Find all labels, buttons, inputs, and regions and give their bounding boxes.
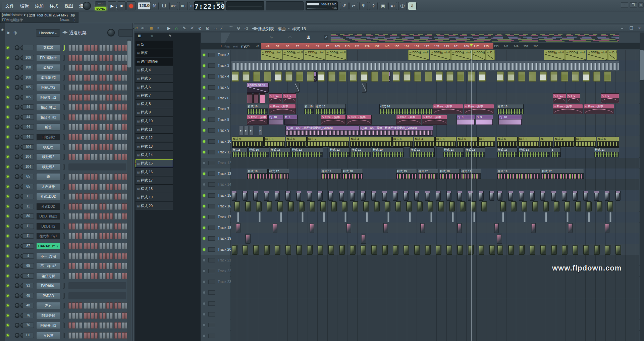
step-cell[interactable] <box>95 233 98 239</box>
step-cell[interactable] <box>87 114 90 120</box>
step-cell[interactable] <box>95 75 98 81</box>
track-lane[interactable]: ∿ Fre..∿ Fre∿ Fre..∿ Fre∿ Fre <box>231 93 639 104</box>
step-cell[interactable] <box>68 124 71 130</box>
save-new-version-icon[interactable]: ▣+ <box>388 2 397 10</box>
step-cell[interactable] <box>75 193 78 200</box>
step-cell[interactable] <box>118 312 121 319</box>
step-cell[interactable] <box>68 75 71 81</box>
step-cell[interactable] <box>99 174 102 180</box>
step-cell[interactable] <box>114 332 117 339</box>
step-cell[interactable] <box>79 114 82 120</box>
clip-darkpat[interactable]: 样式 12 <box>351 147 371 157</box>
step-cell[interactable] <box>72 263 75 269</box>
channel-number[interactable]: 4 <box>22 253 34 259</box>
clip-fade[interactable] <box>446 245 452 255</box>
clip-mini[interactable] <box>371 71 378 82</box>
clip-perc[interactable] <box>497 191 502 201</box>
clip-mini[interactable] <box>414 71 421 82</box>
step-cell[interactable] <box>72 134 75 140</box>
clip-fade[interactable] <box>264 245 270 255</box>
step-cell[interactable] <box>91 332 94 339</box>
clip-tickp[interactable] <box>239 126 244 136</box>
track-name[interactable]: Track 20 <box>218 247 231 251</box>
step-cell[interactable] <box>106 154 109 160</box>
track-control-box[interactable] <box>208 96 215 100</box>
channel-led[interactable] <box>6 334 9 337</box>
clip-fade[interactable] <box>417 201 423 211</box>
step-cell[interactable] <box>68 104 71 110</box>
track-control-box[interactable] <box>208 117 215 122</box>
step-cell[interactable] <box>110 134 113 140</box>
track-led[interactable] <box>203 162 205 164</box>
channel-pan-knob[interactable] <box>15 204 19 209</box>
step-cell[interactable] <box>99 75 102 81</box>
pattern-item[interactable]: ▤样式 18 <box>136 185 173 193</box>
step-cell[interactable] <box>91 263 94 269</box>
step-cell[interactable] <box>122 64 125 71</box>
channel-select-pill[interactable] <box>63 194 65 199</box>
step-cell[interactable] <box>79 213 82 220</box>
clip-mini[interactable] <box>275 71 282 82</box>
step-cell[interactable] <box>122 243 125 249</box>
clip-perc[interactable] <box>508 191 513 201</box>
step-cell[interactable] <box>122 94 125 101</box>
step-cell[interactable] <box>68 223 71 230</box>
channel-led[interactable] <box>6 116 9 118</box>
track-lane[interactable] <box>231 158 639 168</box>
track-led[interactable] <box>203 227 205 229</box>
step-cell[interactable] <box>79 154 82 160</box>
clip-olivepat[interactable]: 样式 6 <box>575 137 596 147</box>
step-cell[interactable] <box>95 154 98 160</box>
step-cell[interactable] <box>106 55 109 61</box>
clip-mini[interactable] <box>285 71 292 82</box>
step-cell[interactable] <box>122 124 125 130</box>
track-control-box[interactable] <box>208 226 215 230</box>
channel-pan-knob[interactable] <box>15 234 19 238</box>
clip-pink[interactable]: ∿ Free..- 频率 <box>422 115 447 125</box>
clip-fade[interactable] <box>586 201 592 211</box>
step-cell[interactable] <box>87 243 90 249</box>
channel-number[interactable]: 105 <box>22 95 34 100</box>
step-cell[interactable] <box>118 332 121 339</box>
clip-mini[interactable] <box>361 71 368 82</box>
step-cell[interactable] <box>87 134 90 140</box>
step-cell[interactable] <box>103 114 106 120</box>
clip-fade[interactable] <box>449 201 455 211</box>
channel-pan-knob[interactable] <box>15 323 19 328</box>
step-cell[interactable] <box>106 45 109 51</box>
step-cell[interactable] <box>103 253 106 259</box>
track-control-box[interactable] <box>208 128 215 133</box>
step-cell[interactable] <box>95 312 98 319</box>
channel-button[interactable]: 阿福常..#2 <box>36 94 60 101</box>
clip-olivepat[interactable]: 样式 6 <box>286 137 307 147</box>
step-cell[interactable] <box>118 302 121 309</box>
channel-pan-knob[interactable] <box>15 105 19 109</box>
channel-led[interactable] <box>6 324 9 327</box>
step-cell[interactable] <box>118 253 121 259</box>
pattern-item[interactable]: ▤样式 7 <box>136 92 173 100</box>
clip-fade[interactable] <box>234 201 240 211</box>
channel-button[interactable]: 阿福分..#2 <box>36 322 60 329</box>
step-cell[interactable] <box>87 184 90 190</box>
step-cell[interactable] <box>114 55 117 61</box>
channel-button[interactable]: 呗处理2 <box>36 153 60 160</box>
step-cell[interactable] <box>84 75 87 81</box>
clip-fade[interactable] <box>460 201 466 211</box>
slip-tool-icon[interactable]: ↔ <box>214 26 218 31</box>
channel-led[interactable] <box>6 195 9 198</box>
step-cell[interactable] <box>118 75 121 81</box>
pattern-item[interactable]: ▤样式 6 <box>136 83 173 91</box>
track-name[interactable]: Track 17 <box>218 215 231 219</box>
step-cell[interactable] <box>114 134 117 140</box>
clip-fade[interactable] <box>393 245 398 255</box>
step-cell[interactable] <box>122 302 125 309</box>
clip-darkpat[interactable]: 样式 12 <box>291 147 323 157</box>
track-control-box[interactable] <box>208 172 215 176</box>
step-cell[interactable] <box>68 332 71 339</box>
step-cell[interactable] <box>87 104 90 110</box>
step-cell[interactable] <box>68 174 71 180</box>
step-cell[interactable] <box>79 174 82 180</box>
track-control-box[interactable] <box>208 290 215 295</box>
channel-button[interactable]: 嗬 <box>36 173 60 180</box>
clip-pink[interactable]: ∿ Free..- 频率 <box>269 104 296 114</box>
